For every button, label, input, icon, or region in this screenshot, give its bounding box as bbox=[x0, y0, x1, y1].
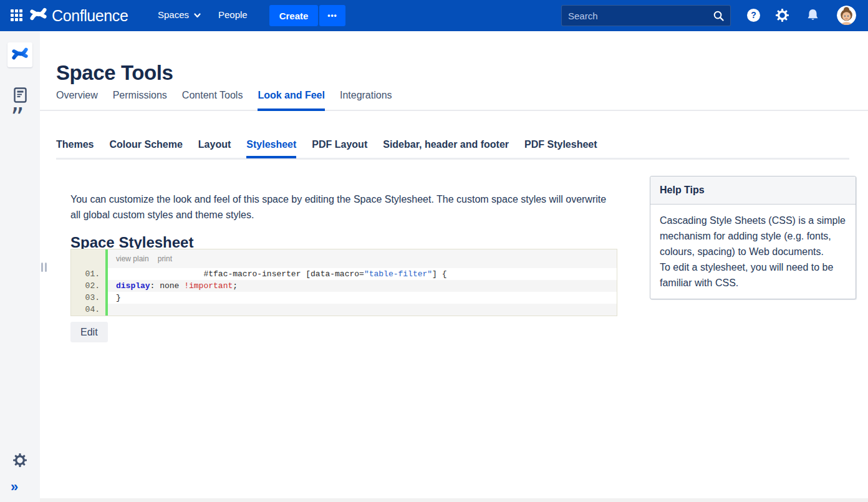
settings-gear-icon[interactable] bbox=[775, 8, 789, 25]
top-navbar: Confluence Spaces People Create ••• ? bbox=[0, 0, 868, 31]
tab-integrations[interactable]: Integrations bbox=[340, 90, 392, 111]
help-tips-paragraph: Cascading Style Sheets (CSS) is a simple… bbox=[660, 213, 846, 259]
line-number: 04. bbox=[71, 304, 105, 316]
code-line: 02. display: none !important; bbox=[71, 280, 617, 292]
horizontal-scrollbar[interactable] bbox=[40, 498, 868, 502]
code-line: 03. } bbox=[71, 292, 617, 304]
confluence-space-icon bbox=[12, 46, 28, 64]
sidebar-resize-handle[interactable] bbox=[41, 263, 47, 272]
search-box bbox=[561, 5, 731, 26]
brand-name: Confluence bbox=[52, 7, 128, 25]
search-icon[interactable] bbox=[713, 10, 725, 24]
main-content: Space Tools Overview Permissions Content… bbox=[40, 31, 868, 502]
subtab-colour-scheme[interactable]: Colour Scheme bbox=[109, 139, 182, 158]
subtab-sidebar-header-footer[interactable]: Sidebar, header and footer bbox=[383, 139, 509, 158]
subtab-stylesheet[interactable]: Stylesheet bbox=[246, 139, 296, 158]
code-text: #tfac-macro-inserter [data-macro="table-… bbox=[108, 268, 617, 280]
print-link[interactable]: print bbox=[158, 253, 172, 265]
code-gutter bbox=[71, 249, 105, 268]
expand-sidebar-icon[interactable]: » bbox=[11, 479, 18, 495]
subtab-layout[interactable]: Layout bbox=[198, 139, 231, 158]
confluence-mark-icon bbox=[30, 6, 47, 26]
search-input[interactable] bbox=[562, 6, 730, 26]
stylesheet-code-panel: view plain print 01. #tfac-macro-inserte… bbox=[70, 249, 617, 316]
nav-spaces[interactable]: Spaces bbox=[158, 9, 201, 20]
subtab-themes[interactable]: Themes bbox=[56, 139, 94, 158]
nav-spaces-label: Spaces bbox=[158, 9, 189, 20]
view-plain-link[interactable]: view plain bbox=[116, 253, 149, 265]
tab-content-tools[interactable]: Content Tools bbox=[182, 90, 243, 111]
help-tips-panel: Help Tips Cascading Style Sheets (CSS) i… bbox=[650, 176, 856, 299]
tab-permissions[interactable]: Permissions bbox=[113, 90, 167, 111]
line-number: 02. bbox=[71, 280, 105, 292]
line-number: 03. bbox=[71, 292, 105, 304]
space-tools-tabs: Overview Permissions Content Tools Look … bbox=[56, 90, 392, 111]
create-button[interactable]: Create bbox=[269, 5, 318, 26]
code-line: 01. #tfac-macro-inserter [data-macro="ta… bbox=[71, 268, 617, 280]
notifications-bell-icon[interactable] bbox=[806, 8, 820, 25]
space-settings-gear-icon[interactable] bbox=[12, 453, 27, 470]
edit-button[interactable]: Edit bbox=[70, 322, 108, 342]
help-icon[interactable]: ? bbox=[747, 9, 760, 22]
user-avatar[interactable] bbox=[837, 6, 856, 25]
blog-quote-icon[interactable]: ” bbox=[11, 105, 24, 131]
tab-look-and-feel[interactable]: Look and Feel bbox=[258, 90, 325, 111]
intro-text: You can customize the look and feel of t… bbox=[70, 191, 607, 223]
nav-people[interactable]: People bbox=[218, 9, 248, 20]
help-tips-body: Cascading Style Sheets (CSS) is a simple… bbox=[650, 205, 856, 299]
sidebar: ” » bbox=[0, 31, 40, 502]
code-text: display: none !important; bbox=[108, 280, 617, 292]
nav-people-label: People bbox=[218, 9, 248, 20]
code-text: } bbox=[108, 292, 617, 304]
app-switcher-icon[interactable] bbox=[11, 9, 23, 22]
chevron-down-icon bbox=[194, 9, 201, 20]
code-line: 04. bbox=[71, 304, 617, 316]
line-number: 01. bbox=[71, 268, 105, 280]
subtab-pdf-layout[interactable]: PDF Layout bbox=[312, 139, 367, 158]
code-panel-toolbar: view plain print bbox=[71, 249, 617, 268]
look-and-feel-subtabs: Themes Colour Scheme Layout Stylesheet P… bbox=[56, 139, 597, 158]
help-tips-paragraph: To edit a stylesheet, you will need to b… bbox=[660, 259, 846, 291]
tab-overview[interactable]: Overview bbox=[56, 90, 98, 111]
page-title: Space Tools bbox=[56, 61, 173, 85]
more-actions-button[interactable]: ••• bbox=[319, 5, 345, 26]
space-logo-tile[interactable] bbox=[7, 42, 32, 67]
subtab-pdf-stylesheet[interactable]: PDF Stylesheet bbox=[524, 139, 597, 158]
help-tips-title: Help Tips bbox=[650, 176, 856, 205]
code-text bbox=[108, 304, 617, 316]
confluence-logo[interactable]: Confluence bbox=[30, 6, 128, 26]
